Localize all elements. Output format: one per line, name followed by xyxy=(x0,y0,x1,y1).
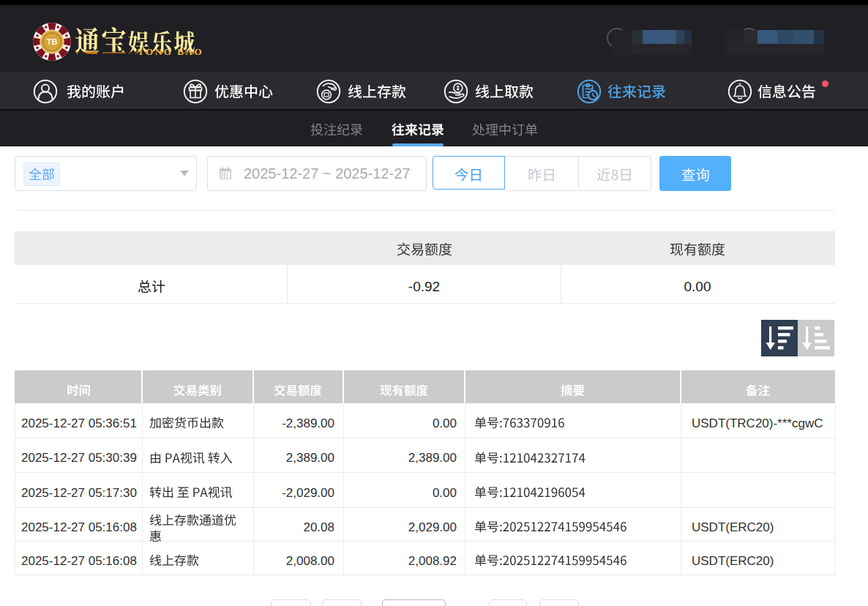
svg-text:TB: TB xyxy=(47,37,58,46)
